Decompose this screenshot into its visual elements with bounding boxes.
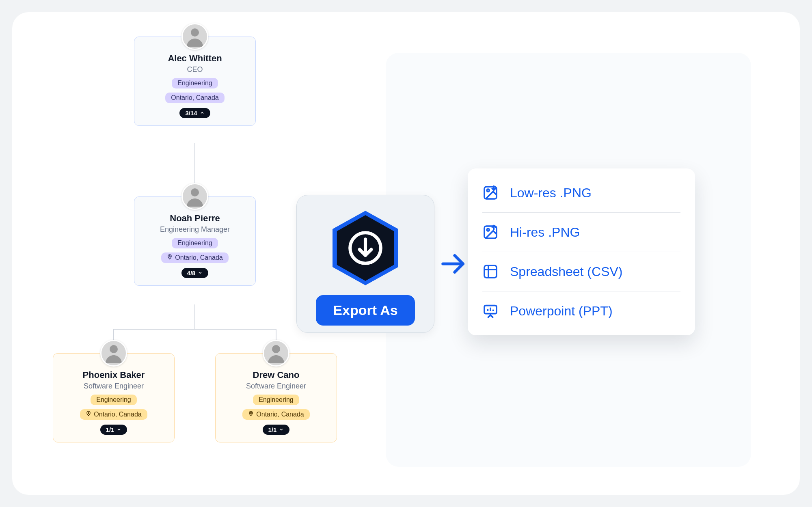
person-name: Phoenix Baker (83, 370, 145, 380)
export-option-label: Powerpoint (PPT) (510, 304, 613, 319)
person-name: Alec Whitten (168, 53, 222, 64)
export-option-low-res-png[interactable]: Low-res .PNG (482, 173, 680, 213)
expand-toggle[interactable]: 4/8 (181, 268, 209, 278)
avatar (263, 340, 289, 367)
person-title: Software Engineer (246, 382, 306, 390)
count-label: 4/8 (187, 270, 196, 276)
location-text: Ontario, Canada (256, 411, 304, 418)
person-title: Software Engineer (84, 382, 144, 390)
expand-toggle[interactable]: 3/14 (179, 108, 210, 118)
person-name: Noah Pierre (170, 213, 220, 224)
svg-point-2 (169, 256, 171, 257)
org-card-noah[interactable]: Noah Pierre Engineering Manager Engineer… (134, 196, 256, 286)
svg-point-14 (487, 229, 489, 231)
person-title: Engineering Manager (160, 225, 230, 234)
chevron-down-icon (198, 270, 203, 276)
table-icon (482, 263, 499, 280)
dept-pill: Engineering (172, 238, 218, 248)
svg-point-3 (110, 345, 118, 353)
export-option-label: Spreadsheet (CSV) (510, 264, 622, 279)
expand-toggle[interactable]: 1/1 (263, 425, 290, 435)
count-label: 3/14 (185, 110, 197, 117)
export-option-label: Low-res .PNG (510, 186, 592, 201)
export-as-button[interactable]: Export As (316, 295, 415, 326)
location-pill: Ontario, Canada (165, 93, 224, 103)
dept-pill: Engineering (172, 78, 218, 88)
person-title: CEO (187, 65, 203, 74)
expand-toggle[interactable]: 1/1 (100, 425, 127, 435)
export-option-hi-res-png[interactable]: Hi-res .PNG (482, 213, 680, 252)
image-down-icon (482, 185, 499, 201)
image-up-icon (482, 224, 499, 240)
svg-point-1 (191, 188, 199, 196)
count-label: 1/1 (268, 426, 277, 433)
pin-icon (248, 411, 254, 418)
chevron-down-icon (279, 426, 284, 433)
org-card-drew[interactable]: Drew Cano Software Engineer Engineering … (215, 353, 337, 442)
location-text: Ontario, Canada (94, 411, 141, 418)
export-option-ppt[interactable]: Powerpoint (PPT) (482, 291, 680, 330)
page-background: Alec Whitten CEO Engineering Ontario, Ca… (0, 0, 812, 507)
export-option-csv[interactable]: Spreadsheet (CSV) (482, 252, 680, 291)
export-options-menu: Low-res .PNG Hi-res .PNG Spreadsheet (CS… (468, 168, 695, 335)
presentation-icon (482, 303, 499, 319)
org-card-alec[interactable]: Alec Whitten CEO Engineering Ontario, Ca… (134, 37, 256, 126)
pin-icon (86, 411, 91, 418)
avatar (100, 340, 127, 367)
content-card: Alec Whitten CEO Engineering Ontario, Ca… (12, 12, 800, 495)
pin-icon (167, 254, 173, 261)
location-pill: Ontario, Canada (161, 252, 228, 263)
chevron-up-icon (200, 110, 205, 117)
chevron-down-icon (117, 426, 121, 433)
svg-point-0 (191, 28, 199, 37)
count-label: 1/1 (106, 426, 114, 433)
svg-rect-15 (484, 265, 497, 278)
svg-point-12 (487, 189, 489, 192)
dept-pill: Engineering (253, 395, 299, 405)
dept-pill: Engineering (91, 395, 136, 405)
connector-line (194, 304, 195, 329)
avatar (181, 23, 208, 50)
connector-line (113, 329, 276, 330)
org-card-phoenix[interactable]: Phoenix Baker Software Engineer Engineer… (53, 353, 175, 442)
location-text: Ontario, Canada (175, 254, 222, 261)
svg-line-24 (490, 315, 493, 318)
export-widget: Export As (296, 195, 434, 333)
location-pill: Ontario, Canada (80, 409, 147, 420)
svg-point-4 (88, 412, 89, 414)
download-hex-icon (329, 207, 402, 289)
location-pill: Ontario, Canada (242, 409, 309, 420)
avatar (181, 183, 208, 210)
export-option-label: Hi-res .PNG (510, 225, 580, 240)
svg-point-6 (251, 412, 252, 414)
svg-point-5 (272, 345, 280, 353)
person-name: Drew Cano (253, 370, 300, 380)
arrow-right-icon (439, 250, 468, 278)
